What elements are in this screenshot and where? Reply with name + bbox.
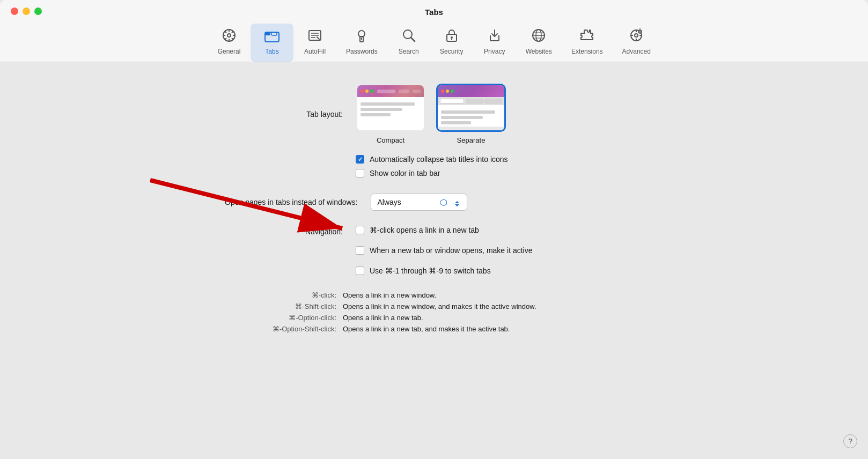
toolbar: General Tabs xyxy=(197,19,671,62)
tab-privacy[interactable]: Privacy xyxy=(473,24,516,62)
dot-green xyxy=(370,90,373,93)
svg-line-7 xyxy=(232,38,233,40)
passwords-icon xyxy=(354,28,369,45)
tab-extensions[interactable]: Extensions xyxy=(562,24,613,62)
tab-autofill[interactable]: AutoFill xyxy=(293,24,336,62)
open-pages-row: Open pages in tabs instead of windows: A… xyxy=(225,194,643,211)
general-icon xyxy=(222,28,237,45)
tab-websites-label: Websites xyxy=(526,48,552,55)
tab-general[interactable]: General xyxy=(208,24,251,62)
minimize-button[interactable] xyxy=(23,8,30,15)
tab-websites[interactable]: Websites xyxy=(516,24,562,62)
settings-panel: Tab layout: xyxy=(225,84,643,438)
compact-preview xyxy=(356,84,425,132)
key-desc-row-2: ⌘-Option-click: Opens a link in a new ta… xyxy=(225,314,643,322)
collapse-titles-checkbox[interactable] xyxy=(356,155,364,164)
dropdown-arrow-icon: ⬡ xyxy=(440,197,447,208)
key-0: ⌘-click: xyxy=(225,291,343,299)
window-title: Tabs xyxy=(425,8,443,17)
dot-yellow xyxy=(365,90,369,93)
dot-yellow-sep xyxy=(446,90,449,93)
dot-red xyxy=(361,90,364,93)
close-button[interactable] xyxy=(11,8,18,15)
tab-layout-label: Tab layout: xyxy=(225,110,343,119)
tab-search[interactable]: Search xyxy=(387,24,430,62)
separate-layout-option[interactable]: Separate xyxy=(436,84,506,144)
dot-red-sep xyxy=(441,90,444,93)
key-desc-1: Opens a link in a new window, and makes … xyxy=(343,302,536,310)
tab-passwords[interactable]: Passwords xyxy=(336,24,387,62)
autofill-icon xyxy=(307,28,322,45)
compact-layout-option[interactable]: Compact xyxy=(356,84,425,144)
svg-rect-11 xyxy=(265,32,270,35)
svg-line-21 xyxy=(411,38,415,41)
navigation-section: Navigation: ⌘-click opens a link in a ne… xyxy=(225,226,643,280)
svg-point-23 xyxy=(451,36,453,39)
show-color-row: Show color in tab bar xyxy=(356,169,643,177)
separate-preview xyxy=(436,84,506,132)
key-2: ⌘-Option-click: xyxy=(225,314,343,322)
tab-security[interactable]: Security xyxy=(430,24,473,62)
cmd-click-label: ⌘-click opens a link in a new tab xyxy=(370,226,479,234)
svg-point-31 xyxy=(635,34,638,37)
new-tab-active-row: When a new tab or window opens, make it … xyxy=(356,246,533,255)
tab-general-label: General xyxy=(218,48,241,55)
svg-line-9 xyxy=(225,38,226,40)
tab-advanced-label: Advanced xyxy=(622,48,651,55)
key-desc-3: Opens a link in a new tab, and makes it … xyxy=(343,325,510,333)
separate-label: Separate xyxy=(457,136,486,144)
safari-preferences-window: Tabs xyxy=(0,0,868,459)
stepper-icon xyxy=(453,197,461,208)
tab-security-label: Security xyxy=(440,48,463,55)
maximize-button[interactable] xyxy=(34,8,42,15)
tab-search-label: Search xyxy=(399,48,419,55)
tab-layout-options: Compact xyxy=(356,84,506,144)
navigation-label: Navigation: xyxy=(225,226,343,280)
dot-green-sep xyxy=(451,90,454,93)
tab-autofill-label: AutoFill xyxy=(304,48,326,55)
svg-point-36 xyxy=(638,30,642,33)
search-icon xyxy=(401,28,416,45)
tab-tabs-label: Tabs xyxy=(265,48,278,55)
tab-passwords-label: Passwords xyxy=(346,48,378,55)
cmd-click-row: ⌘-click opens a link in a new tab xyxy=(356,226,533,234)
cmd-1-9-row: Use ⌘-1 through ⌘-9 to switch tabs xyxy=(356,266,533,275)
svg-point-1 xyxy=(227,34,231,37)
open-pages-dropdown[interactable]: Always ⬡ xyxy=(371,194,467,211)
cmd-1-9-checkbox[interactable] xyxy=(356,266,364,275)
show-color-checkbox[interactable] xyxy=(356,169,364,177)
window-controls xyxy=(11,0,42,19)
key-desc-0: Opens a link in a new window. xyxy=(343,291,436,299)
security-icon xyxy=(444,28,459,45)
websites-icon xyxy=(531,28,546,45)
key-descriptions: ⌘-click: Opens a link in a new window. ⌘… xyxy=(225,291,643,333)
tab-privacy-label: Privacy xyxy=(484,48,505,55)
tab-layout-section: Tab layout: xyxy=(225,84,643,144)
tab-extensions-label: Extensions xyxy=(571,48,603,55)
titlebar: Tabs xyxy=(0,0,868,62)
cmd-1-9-label: Use ⌘-1 through ⌘-9 to switch tabs xyxy=(370,266,491,275)
key-desc-2: Opens a link in a new tab. xyxy=(343,314,423,322)
show-color-label: Show color in tab bar xyxy=(370,169,440,177)
new-tab-active-label: When a new tab or window opens, make it … xyxy=(370,246,533,255)
navigation-options: ⌘-click opens a link in a new tab When a… xyxy=(356,226,533,280)
open-pages-label: Open pages in tabs instead of windows: xyxy=(225,198,358,206)
key-desc-row-3: ⌘-Option-Shift-click: Opens a link in a … xyxy=(225,325,643,333)
privacy-icon xyxy=(487,28,502,45)
help-button[interactable]: ? xyxy=(843,434,857,448)
key-desc-row-0: ⌘-click: Opens a link in a new window. xyxy=(225,291,643,299)
collapse-titles-label: Automatically collapse tab titles into i… xyxy=(370,155,508,164)
new-tab-active-checkbox[interactable] xyxy=(356,246,364,255)
key-1: ⌘-Shift-click: xyxy=(225,302,343,310)
tab-tabs[interactable]: Tabs xyxy=(251,24,293,62)
cmd-click-checkbox[interactable] xyxy=(356,226,364,234)
content-area: Tab layout: xyxy=(0,62,868,459)
svg-line-6 xyxy=(225,31,226,33)
compact-label: Compact xyxy=(377,136,404,144)
extensions-icon xyxy=(579,28,595,45)
dropdown-value: Always xyxy=(378,198,435,206)
tabs-icon xyxy=(264,28,280,45)
collapse-titles-row: Automatically collapse tab titles into i… xyxy=(356,155,643,164)
key-desc-row-1: ⌘-Shift-click: Opens a link in a new win… xyxy=(225,302,643,310)
tab-advanced[interactable]: Advanced xyxy=(613,24,660,62)
